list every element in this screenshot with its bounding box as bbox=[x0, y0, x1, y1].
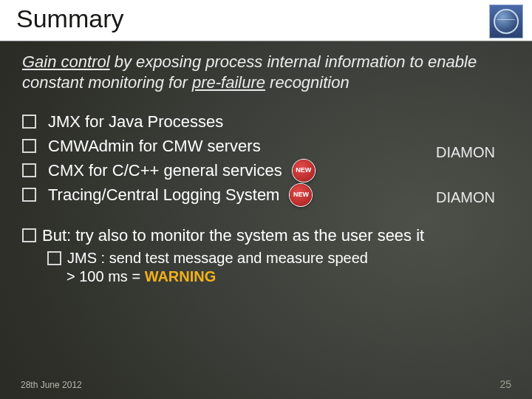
cern-logo-icon bbox=[494, 9, 519, 34]
but-text: But: try also to monitor the system as t… bbox=[42, 226, 424, 245]
side-label: DIAMON bbox=[436, 189, 495, 206]
new-badge-icon: NEW bbox=[290, 184, 312, 206]
new-badge-icon: NEW bbox=[293, 160, 315, 182]
title-bar: Summary bbox=[0, 0, 532, 41]
subtitle: Gain control by exposing process interna… bbox=[22, 52, 510, 92]
page-title: Summary bbox=[16, 4, 123, 33]
side-labels: DIAMON DIAMON bbox=[436, 144, 495, 206]
cern-logo bbox=[489, 4, 523, 38]
subtitle-underline-1: Gain control bbox=[22, 52, 110, 71]
subtitle-underline-2: pre-failure bbox=[192, 73, 265, 92]
but-row: But: try also to monitor the system as t… bbox=[22, 226, 510, 245]
threshold-text: > 100 ms = bbox=[66, 268, 145, 284]
footer: 28th June 2012 25 bbox=[0, 378, 532, 390]
warning-label: WARNING bbox=[145, 268, 216, 284]
bullet-box-icon bbox=[47, 251, 61, 265]
bullet-text: CMWAdmin for CMW servers bbox=[48, 134, 261, 158]
sub-bullet-text: JMS : send test message and measure spee… bbox=[67, 250, 368, 267]
bullet-box-icon bbox=[22, 163, 36, 177]
sub-bullet: JMS : send test message and measure spee… bbox=[47, 250, 510, 267]
bullet-box-icon bbox=[22, 115, 36, 129]
bullet-text: CMX for C/C++ general services bbox=[48, 159, 282, 183]
list-item: JMX for Java Processes bbox=[22, 110, 510, 134]
footer-date: 28th June 2012 bbox=[21, 380, 82, 390]
subtitle-tail: recognition bbox=[265, 73, 349, 92]
side-label: DIAMON bbox=[436, 144, 495, 161]
bullet-box-icon bbox=[22, 188, 36, 202]
bullet-text: Tracing/Central Logging System bbox=[48, 183, 279, 207]
bullet-box-icon bbox=[22, 139, 36, 153]
sub-line-2: > 100 ms = WARNING bbox=[66, 268, 510, 285]
slide-number: 25 bbox=[499, 378, 511, 390]
bullet-box-icon bbox=[22, 228, 36, 242]
bullet-text: JMX for Java Processes bbox=[48, 110, 223, 134]
